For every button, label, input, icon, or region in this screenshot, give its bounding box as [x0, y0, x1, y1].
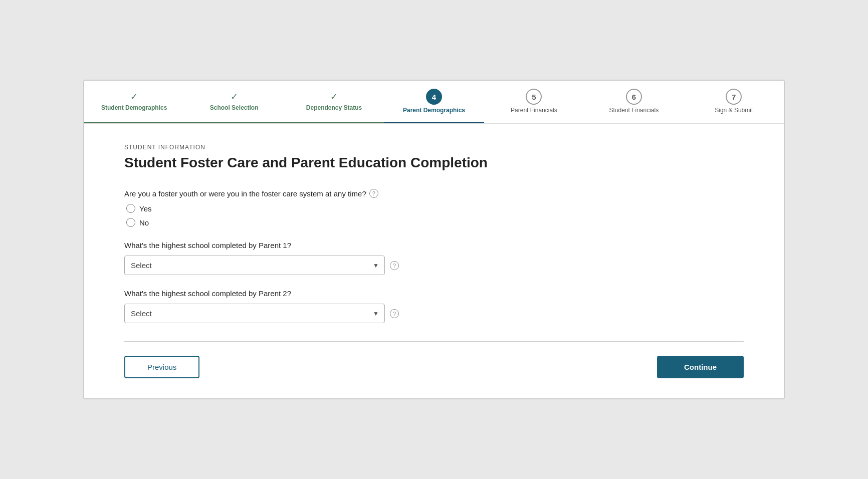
check-icon-3: ✓	[330, 91, 338, 102]
step-label-2: School Selection	[210, 104, 259, 111]
check-icon-2: ✓	[231, 91, 238, 102]
page-title: Student Foster Care and Parent Education…	[124, 155, 744, 171]
progress-bar: ✓ Student Demographics ✓ School Selectio…	[84, 81, 784, 124]
step-circle-4: 4	[426, 89, 442, 105]
step-label-5: Parent Financials	[511, 107, 557, 114]
step-label-1: Student Demographics	[101, 104, 167, 111]
step-label-6: Student Financials	[609, 107, 659, 114]
step-dependency-status[interactable]: ✓ Dependency Status	[284, 81, 384, 123]
step-circle-6: 6	[626, 89, 642, 105]
parent2-select-row: Select Middle school or less High school…	[124, 304, 744, 323]
step-student-demographics[interactable]: ✓ Student Demographics	[84, 81, 184, 123]
step-school-selection[interactable]: ✓ School Selection	[184, 81, 284, 123]
page-container: ✓ Student Demographics ✓ School Selectio…	[83, 80, 785, 399]
parent1-question-label: What's the highest school completed by P…	[124, 241, 291, 250]
section-label: STUDENT INFORMATION	[124, 144, 744, 151]
parent1-question-text: What's the highest school completed by P…	[124, 241, 744, 250]
parent1-select[interactable]: Select Middle school or less High school…	[124, 256, 385, 275]
parent1-select-row: Select Middle school or less High school…	[124, 256, 744, 275]
foster-yes-label: Yes	[139, 204, 151, 213]
previous-button[interactable]: Previous	[124, 356, 199, 378]
section-divider	[124, 341, 744, 342]
foster-no-option[interactable]: No	[126, 218, 744, 227]
parent2-question-text: What's the highest school completed by P…	[124, 289, 744, 298]
step-circle-5: 5	[526, 89, 542, 105]
foster-care-radio-group: Yes No	[126, 204, 744, 227]
parent2-question-label: What's the highest school completed by P…	[124, 289, 291, 298]
parent2-question-block: What's the highest school completed by P…	[124, 289, 744, 323]
step-label-7: Sign & Submit	[715, 107, 753, 114]
step-sign-submit[interactable]: 7 Sign & Submit	[684, 81, 784, 123]
parent2-select-wrapper: Select Middle school or less High school…	[124, 304, 385, 323]
continue-button[interactable]: Continue	[657, 356, 744, 378]
foster-care-question-text: Are you a foster youth or were you in th…	[124, 189, 744, 198]
foster-care-question-block: Are you a foster youth or were you in th…	[124, 189, 744, 227]
parent1-question-block: What's the highest school completed by P…	[124, 241, 744, 275]
step-student-financials[interactable]: 6 Student Financials	[584, 81, 684, 123]
step-parent-financials[interactable]: 5 Parent Financials	[484, 81, 584, 123]
foster-care-question-label: Are you a foster youth or were you in th…	[124, 189, 366, 198]
step-circle-7: 7	[726, 89, 742, 105]
parent2-help-icon[interactable]: ?	[390, 309, 399, 318]
step-label-3: Dependency Status	[306, 104, 362, 111]
parent1-help-icon[interactable]: ?	[390, 261, 399, 270]
foster-yes-radio[interactable]	[126, 204, 135, 213]
parent2-select[interactable]: Select Middle school or less High school…	[124, 304, 385, 323]
parent1-select-wrapper: Select Middle school or less High school…	[124, 256, 385, 275]
main-content: STUDENT INFORMATION Student Foster Care …	[84, 124, 784, 398]
nav-buttons: Previous Continue	[124, 356, 744, 378]
step-label-4: Parent Demographics	[403, 107, 465, 114]
foster-yes-option[interactable]: Yes	[126, 204, 744, 213]
step-parent-demographics[interactable]: 4 Parent Demographics	[384, 81, 484, 123]
check-icon-1: ✓	[130, 91, 138, 102]
foster-no-label: No	[139, 218, 149, 227]
foster-no-radio[interactable]	[126, 218, 135, 227]
foster-care-help-icon[interactable]: ?	[369, 189, 378, 198]
